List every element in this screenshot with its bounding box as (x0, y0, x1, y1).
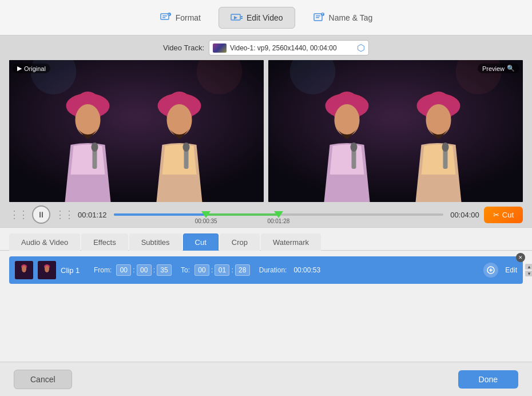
video-track-label: Video Track: (163, 43, 204, 52)
svg-point-18 (76, 104, 101, 136)
tabs-area: Audio & Video Effects Subtitles Cut Crop… (0, 227, 532, 362)
clip-from-minutes[interactable] (137, 264, 152, 276)
tab-crop[interactable]: Crop (220, 233, 260, 251)
svg-rect-1 (162, 15, 167, 17)
format-tab-label: Format (176, 13, 201, 22)
clip-thumbnail-2 (38, 261, 56, 279)
svg-rect-0 (161, 14, 169, 19)
tab-effects[interactable]: Effects (81, 233, 128, 251)
scrubber-time-right: 00:01:28 (267, 218, 289, 224)
clip-scroll-down[interactable]: ▼ (525, 271, 532, 276)
scrubber-track[interactable] (114, 213, 443, 216)
video-track-dropdown-icon: ⬡ (357, 42, 365, 53)
svg-rect-10 (316, 15, 320, 17)
edit-video-tab-label: Edit Video (247, 13, 283, 22)
video-panels: ▶ Original (0, 60, 532, 202)
svg-point-39 (442, 142, 449, 152)
preview-label: Preview 🔍 (478, 64, 519, 73)
edit-video-tab-button[interactable]: Edit Video (219, 7, 295, 29)
svg-rect-8 (241, 18, 243, 19)
tabs-nav: Audio & Video Effects Subtitles Cut Crop… (0, 228, 532, 251)
svg-rect-19 (93, 149, 97, 169)
scrubber-time-left: 00:00:35 (195, 218, 217, 224)
pause-button[interactable]: ⏸ (32, 205, 50, 224)
clip-scroll-up[interactable]: ▲ (525, 264, 532, 270)
original-video-panel: ▶ Original (9, 60, 264, 202)
cancel-button[interactable]: Cancel (14, 370, 72, 389)
original-label: ▶ Original (13, 64, 50, 73)
cut-button[interactable]: ✂ Cut (484, 207, 523, 223)
clip-to-hours[interactable] (194, 264, 209, 276)
svg-text:T: T (321, 13, 323, 16)
svg-rect-24 (184, 149, 189, 169)
preview-video-panel: Preview 🔍 (268, 60, 523, 202)
clip-duration-value: 00:00:53 (293, 266, 320, 274)
clip-edit-icon-button[interactable] (483, 263, 498, 278)
svg-point-23 (167, 104, 192, 136)
video-track-thumbnail (213, 43, 227, 53)
svg-rect-33 (352, 149, 356, 169)
current-time: 00:01:12 (78, 211, 109, 219)
done-button[interactable]: Done (458, 370, 518, 389)
clip-from-hours[interactable] (116, 264, 131, 276)
clip-close-button[interactable]: ✕ (516, 253, 525, 262)
clip-sep-1: : (133, 266, 134, 274)
tab-content-cut: Clip 1 From: : : To: : : Durati (0, 251, 532, 362)
clip-row: Clip 1 From: : : To: : : Durati (9, 256, 523, 284)
clip-duration-label: Duration: (259, 266, 287, 274)
clip-sep-4: : (231, 266, 233, 274)
video-track-value: Video-1: vp9, 2560x1440, 00:04:00 (230, 44, 354, 52)
svg-point-25 (183, 142, 190, 152)
svg-point-32 (335, 104, 360, 136)
clip-to-seconds[interactable] (235, 264, 250, 276)
tab-watermark[interactable]: Watermark (261, 233, 321, 251)
cut-label: Cut (502, 211, 514, 219)
svg-point-34 (351, 142, 358, 152)
clip-from-label: From: (94, 266, 112, 274)
scrubber-handle-right[interactable] (274, 211, 283, 218)
svg-rect-38 (443, 149, 448, 169)
format-icon: F (160, 11, 172, 24)
clip-from-time[interactable]: : : (116, 264, 172, 276)
clip-to-time[interactable]: : : (194, 264, 250, 276)
clip-name: Clip 1 (61, 266, 89, 275)
scrubber-fill (114, 213, 206, 216)
svg-marker-6 (234, 16, 237, 19)
scrubber-handle-left[interactable] (201, 211, 211, 218)
clip-sep-2: : (153, 266, 155, 274)
clip-to-minutes[interactable] (215, 264, 229, 276)
tab-subtitles[interactable]: Subtitles (129, 233, 182, 251)
clip-edit-label[interactable]: Edit (505, 266, 517, 274)
clip-thumbnail-1 (15, 261, 33, 279)
tab-cut[interactable]: Cut (183, 233, 219, 251)
scrubber-container[interactable]: 00:00:35 00:01:28 (114, 209, 443, 220)
svg-rect-2 (162, 17, 165, 18)
playback-controls: ⋮⋮ ⏸ ⋮⋮ 00:01:12 00:00:35 00:01:28 00:04… (0, 202, 532, 227)
svg-rect-11 (316, 17, 319, 18)
svg-point-47 (45, 266, 49, 272)
total-time: 00:04:00 (448, 211, 479, 219)
edit-video-icon (231, 11, 243, 24)
svg-point-20 (92, 142, 98, 152)
name-tag-icon: T (313, 11, 325, 24)
clip-from-seconds[interactable] (157, 264, 172, 276)
tab-audio-video[interactable]: Audio & Video (9, 233, 80, 251)
clip-sep-3: : (211, 266, 213, 274)
main-content: Video Track: Video-1: vp9, 2560x1440, 00… (0, 35, 532, 362)
play-icon-small: ▶ (17, 65, 22, 72)
svg-point-37 (426, 104, 451, 136)
bottom-bar: Cancel Done (0, 362, 532, 396)
original-video-bg (9, 60, 264, 202)
svg-rect-7 (241, 16, 243, 17)
video-track-select[interactable]: Video-1: vp9, 2560x1440, 00:04:00 ⬡ (209, 40, 369, 56)
clip-to-label: To: (181, 266, 190, 274)
clip-scroll-buttons: ▲ ▼ (525, 264, 532, 276)
name-tag-tab-button[interactable]: T Name & Tag (301, 7, 385, 29)
grip-icon: ⋮⋮ (9, 208, 27, 221)
video-track-bar: Video Track: Video-1: vp9, 2560x1440, 00… (0, 35, 532, 60)
svg-point-44 (22, 266, 26, 272)
top-toolbar: F Format Edit Video T Name & Tag (0, 0, 532, 35)
format-tab-button[interactable]: F Format (148, 7, 213, 29)
name-tag-tab-label: Name & Tag (329, 13, 373, 22)
preview-video-bg (268, 60, 523, 202)
